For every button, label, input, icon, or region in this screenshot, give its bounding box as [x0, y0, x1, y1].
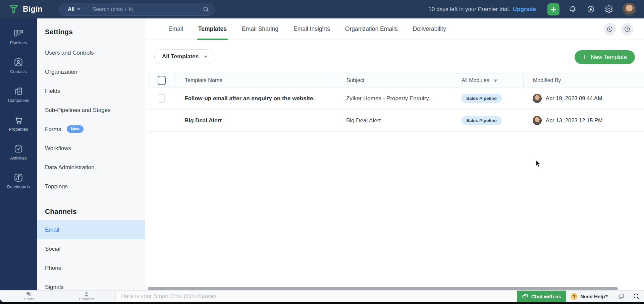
module-badge: Sales Pipeline [461, 94, 502, 103]
modified-timestamp: Apr 13, 2023 12:15 PM [546, 117, 603, 124]
column-header-modules[interactable]: All Modules [452, 73, 523, 87]
plus-icon [550, 6, 557, 13]
search-scope-dropdown[interactable]: All [68, 6, 80, 12]
settings-title: Settings [45, 26, 145, 38]
sidebar-item-companies[interactable]: Companies [0, 86, 37, 106]
gear-icon [605, 5, 613, 13]
channel-item-email[interactable]: Email [37, 220, 145, 239]
template-filter-dropdown[interactable]: All Templates [154, 49, 214, 64]
tab-email[interactable]: Email [168, 18, 183, 40]
table-row[interactable]: Big Deal Alert Big Deal Alert Sales Pipe… [148, 110, 644, 132]
search-scope-label: All [68, 6, 74, 12]
new-badge: New [67, 125, 84, 133]
template-name-link[interactable]: Follow-up email after an enquiry on the … [184, 95, 315, 102]
plus-icon: + [583, 53, 587, 61]
bottombar-tab-chats[interactable]: Chats [0, 291, 58, 302]
smart-chat-input[interactable] [121, 293, 517, 300]
settings-item-workflows[interactable]: Workflows [37, 139, 145, 158]
chevron-down-icon [204, 56, 207, 58]
play-icon [607, 26, 613, 32]
svg-text:?: ? [626, 27, 628, 31]
settings-item-fields[interactable]: Fields [37, 81, 145, 101]
settings-item-sub-pipelines[interactable]: Sub-Pipelines and Stages [37, 101, 145, 120]
chats-label: Chats [24, 297, 34, 301]
sidebar-item-pipelines[interactable]: Pipelines [0, 28, 37, 49]
settings-item-data-administration[interactable]: Data Administration [37, 158, 145, 177]
modifier-avatar [533, 94, 542, 103]
select-all-cell [148, 73, 175, 87]
global-search[interactable]: All [59, 3, 215, 16]
activities-calendar-icon [13, 144, 23, 154]
tab-organization-emails[interactable]: Organization Emails [345, 18, 398, 40]
sidebar-item-activities[interactable]: Activities [0, 144, 37, 164]
modified-timestamp: Apr 19, 2023 09:44 AM [546, 95, 602, 102]
help-button[interactable]: ? [621, 23, 633, 35]
modifier-avatar [533, 116, 542, 125]
chats-icon [26, 292, 32, 297]
chat-bubble-icon [522, 294, 528, 299]
screen-bottom-edge [0, 302, 644, 304]
walkthrough-play-button[interactable] [604, 23, 616, 35]
divider [86, 3, 86, 16]
template-subject: Big Deal Alert [346, 117, 381, 124]
sidebar-item-label: Properties [9, 127, 28, 132]
search-input[interactable] [92, 6, 202, 12]
tab-email-insights[interactable]: Email Insights [293, 18, 330, 40]
chat-with-us-button[interactable]: Chat with us [517, 291, 566, 302]
settings-item-users-and-controls[interactable]: Users and Controls [37, 43, 145, 62]
lightning-circle-icon [587, 5, 595, 13]
sidebar-item-properties[interactable]: Properties [0, 115, 37, 135]
sidebar-item-label: Companies [8, 98, 29, 103]
brand[interactable]: Bigin [9, 4, 43, 14]
column-header-subject[interactable]: Subject [337, 73, 452, 87]
chat-with-us-label: Chat with us [531, 294, 561, 299]
bottombar-tab-contacts[interactable]: Contacts [58, 291, 115, 302]
sidebar-item-contacts[interactable]: Contacts [0, 57, 37, 77]
notifications-button[interactable] [568, 5, 577, 14]
smart-chat-bar: Chats Contacts Chat with us ? Need Help? [0, 290, 644, 302]
upgrade-link[interactable]: Upgrade [513, 6, 536, 13]
column-header-template-name[interactable]: Template Name [175, 73, 337, 87]
bell-icon [569, 5, 577, 13]
properties-cart-icon [13, 115, 23, 125]
user-avatar[interactable] [623, 3, 636, 16]
contacts-icon [13, 57, 23, 67]
template-filter-label: All Templates [162, 53, 199, 60]
template-subject: Zylker Homes - Property Enquiry. [346, 95, 430, 102]
sidebar-item-dashboards[interactable]: Dashboards [0, 173, 37, 193]
dashboards-icon [13, 173, 23, 183]
select-all-checkbox[interactable] [158, 76, 166, 85]
settings-item-forms[interactable]: Forms New [37, 120, 145, 139]
new-template-button[interactable]: + New Template [575, 50, 635, 64]
global-search-button[interactable] [629, 291, 644, 302]
tab-templates[interactable]: Templates [198, 18, 227, 40]
sidebar-item-label: Pipelines [10, 41, 27, 45]
tab-deliverability[interactable]: Deliverability [413, 18, 446, 40]
topbar: Bigin All 10 days left in your Premier t… [0, 0, 644, 18]
main-content: Email Templates Email Sharing Email Insi… [145, 18, 644, 304]
column-header-modified-by[interactable]: Modified By [523, 73, 644, 87]
companies-icon [13, 86, 23, 96]
channel-item-phone[interactable]: Phone [37, 258, 145, 278]
sidebar-item-label: Contacts [10, 69, 26, 74]
row-select-cell [148, 110, 175, 131]
module-badge: Sales Pipeline [461, 116, 502, 125]
column-header-label: Subject [346, 77, 364, 83]
settings-item-organization[interactable]: Organization [37, 62, 145, 81]
table-row[interactable]: Follow-up email after an enquiry on the … [148, 87, 644, 110]
need-help-label: Need Help? [580, 294, 608, 299]
quick-add-button[interactable] [547, 3, 559, 15]
module-sidenav: Pipelines Contacts Companies Properties [0, 18, 37, 304]
row-checkbox[interactable] [158, 94, 165, 103]
contacts-label: Contacts [79, 297, 94, 301]
template-name-link[interactable]: Big Deal Alert [184, 117, 222, 124]
search-icon [633, 293, 640, 300]
settings-button[interactable] [604, 5, 613, 14]
tab-email-sharing[interactable]: Email Sharing [242, 18, 278, 40]
recent-items-button[interactable] [613, 291, 629, 302]
horizontal-scrollbar[interactable] [148, 287, 618, 290]
channel-item-social[interactable]: Social [37, 239, 145, 258]
need-help-button[interactable]: ? Need Help? [566, 291, 613, 302]
zia-assistant-button[interactable] [586, 5, 595, 14]
settings-item-toppings[interactable]: Toppings [37, 177, 145, 196]
